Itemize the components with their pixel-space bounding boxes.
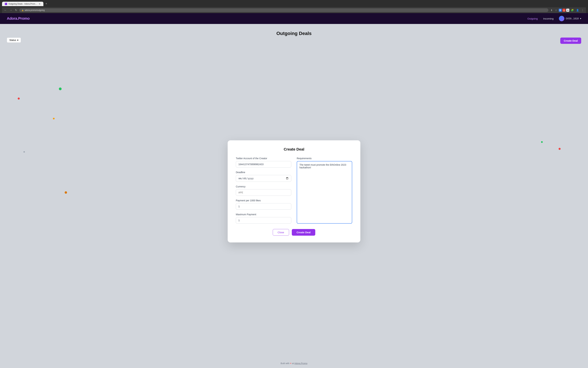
deadline-label: Deadline (236, 171, 291, 174)
url-text: adora.promo/outgoing (25, 9, 45, 11)
payment-label: Payment per 1000 likes (236, 199, 291, 202)
menu-icon[interactable]: ⋮ (580, 8, 585, 12)
create-deal-modal: Create Deal Twitter Account of the Creat… (228, 140, 360, 242)
app-nav: Outgoing Incoming 0X59...1618 ▾ (527, 16, 581, 21)
address-bar[interactable]: 🔒 adora.promo/outgoing (19, 8, 548, 12)
nav-outgoing[interactable]: Outgoing (527, 17, 538, 20)
browser-toolbar: ← → ↻ 🔒 adora.promo/outgoing ⬇ ☆ B 🦊 ⚙ 🧩… (2, 7, 586, 13)
twitter-label: Twitter Account of the Creator (236, 157, 291, 160)
currency-input[interactable] (236, 189, 291, 196)
deadline-field-group: Deadline (236, 171, 291, 182)
forward-button[interactable]: → (9, 9, 13, 12)
wallet-chevron-icon: ▾ (580, 17, 581, 20)
create-deal-button[interactable]: Create Deal (292, 229, 315, 236)
wallet-avatar (559, 16, 564, 21)
close-button[interactable]: Close (273, 229, 289, 236)
footer-link[interactable]: Adora.Promo (294, 362, 308, 365)
nav-incoming[interactable]: Incoming (543, 17, 554, 20)
extension-icon-2[interactable]: 🦊 (562, 9, 566, 12)
payment-input[interactable] (236, 203, 291, 210)
tab-title: Outgoing Deals - Adora.Prom… (9, 3, 37, 5)
modal-right-column: Requirements The tweet must promote the … (297, 157, 352, 224)
active-tab[interactable]: Outgoing Deals - Adora.Prom… ✕ (2, 2, 43, 6)
modal-title: Create Deal (236, 147, 352, 152)
wallet-button[interactable]: 0X59...1618 ▾ (559, 16, 581, 21)
browser-chrome: Outgoing Deals - Adora.Prom… ✕ + ← → ↻ 🔒… (0, 0, 588, 13)
twitter-input[interactable] (236, 161, 291, 167)
main-content: Outgoing Deals Status ▾ Create Deal Crea… (0, 24, 588, 359)
max-payment-input[interactable] (236, 217, 291, 224)
modal-footer: Close Create Deal (236, 229, 352, 236)
footer-text-middle: at (292, 362, 294, 365)
download-icon[interactable]: ⬇ (550, 8, 553, 12)
extensions-icon[interactable]: 🧩 (570, 8, 575, 12)
bookmark-icon[interactable]: ☆ (554, 8, 558, 12)
footer-text-before: Built with (280, 362, 289, 365)
tab-close-button[interactable]: ✕ (39, 3, 41, 5)
app-footer: Built with ♥ at Adora.Promo (0, 359, 588, 368)
heart-icon: ♥ (290, 362, 292, 365)
app-header: Adora.Promo Outgoing Incoming 0X59...161… (0, 13, 588, 24)
wallet-address: 0X59...1618 (566, 17, 579, 20)
lock-icon: 🔒 (22, 9, 24, 11)
modal-left-column: Twitter Account of the Creator Deadline … (236, 157, 291, 224)
twitter-field-group: Twitter Account of the Creator (236, 157, 291, 167)
app-logo: Adora.Promo (7, 16, 29, 21)
tab-favicon (5, 3, 7, 5)
deadline-input[interactable] (236, 175, 291, 182)
refresh-button[interactable]: ↻ (14, 9, 18, 12)
browser-tabs: Outgoing Deals - Adora.Prom… ✕ + (2, 1, 586, 6)
toolbar-actions: ⬇ ☆ B 🦊 ⚙ 🧩 👤 ⋮ (550, 8, 585, 12)
extension-icon-1[interactable]: B (559, 9, 562, 12)
modal-body: Twitter Account of the Creator Deadline … (236, 157, 352, 224)
new-tab-button[interactable]: + (44, 1, 49, 6)
max-payment-label: Maximum Payment (236, 213, 291, 216)
requirements-label: Requirements (297, 157, 352, 160)
modal-overlay: Create Deal Twitter Account of the Creat… (0, 24, 588, 359)
currency-label: Currency (236, 185, 291, 188)
back-button[interactable]: ← (3, 9, 8, 12)
requirements-textarea[interactable]: The tweet must promote the EthOnline 202… (297, 161, 352, 224)
profile-icon[interactable]: 👤 (575, 8, 580, 12)
extension-icon-3[interactable]: ⚙ (566, 9, 569, 12)
currency-field-group: Currency (236, 185, 291, 196)
max-payment-field-group: Maximum Payment (236, 213, 291, 224)
payment-field-group: Payment per 1000 likes (236, 199, 291, 210)
